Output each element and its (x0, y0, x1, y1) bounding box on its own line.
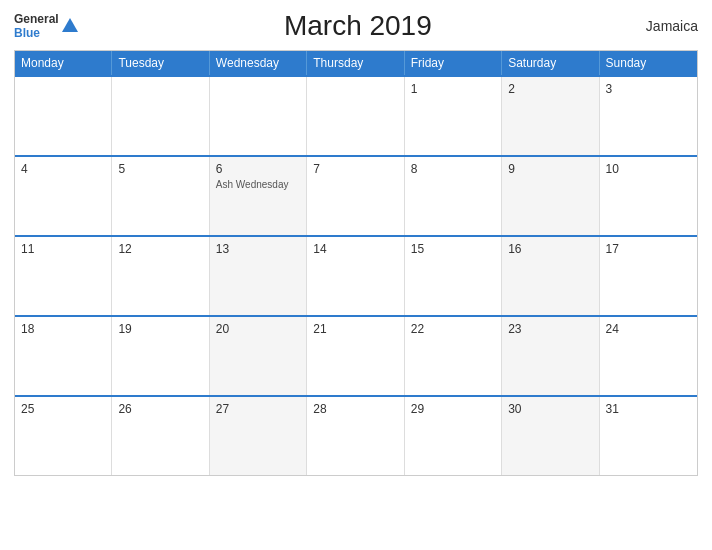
day-number: 27 (216, 402, 300, 416)
calendar-day: 10 (600, 157, 697, 235)
day-number: 9 (508, 162, 592, 176)
day-number: 16 (508, 242, 592, 256)
day-number: 3 (606, 82, 691, 96)
calendar-day: 16 (502, 237, 599, 315)
calendar-day: 1 (405, 77, 502, 155)
calendar-day: 6Ash Wednesday (210, 157, 307, 235)
day-number: 6 (216, 162, 300, 176)
day-number: 17 (606, 242, 691, 256)
day-number: 23 (508, 322, 592, 336)
calendar-day: 21 (307, 317, 404, 395)
calendar-day: 31 (600, 397, 697, 475)
calendar-day: 24 (600, 317, 697, 395)
weekday-header: Monday (15, 51, 112, 75)
calendar-day: 4 (15, 157, 112, 235)
day-number: 31 (606, 402, 691, 416)
day-number: 26 (118, 402, 202, 416)
day-number: 20 (216, 322, 300, 336)
weekday-header: Sunday (600, 51, 697, 75)
day-number: 4 (21, 162, 105, 176)
calendar-week: 25262728293031 (15, 395, 697, 475)
calendar-day: 9 (502, 157, 599, 235)
day-number: 21 (313, 322, 397, 336)
day-number: 5 (118, 162, 202, 176)
day-number: 10 (606, 162, 691, 176)
weekday-header: Wednesday (210, 51, 307, 75)
day-number: 15 (411, 242, 495, 256)
calendar-day: 2 (502, 77, 599, 155)
calendar-day: 20 (210, 317, 307, 395)
day-number: 29 (411, 402, 495, 416)
calendar-day: 18 (15, 317, 112, 395)
calendar-day: 30 (502, 397, 599, 475)
calendar-day: 22 (405, 317, 502, 395)
weekday-header: Saturday (502, 51, 599, 75)
day-number: 24 (606, 322, 691, 336)
calendar-day: 17 (600, 237, 697, 315)
calendar-day: 7 (307, 157, 404, 235)
calendar-day: 28 (307, 397, 404, 475)
weekday-header: Tuesday (112, 51, 209, 75)
day-number: 1 (411, 82, 495, 96)
day-number: 14 (313, 242, 397, 256)
logo: General Blue (14, 12, 78, 40)
day-number: 2 (508, 82, 592, 96)
calendar-day (15, 77, 112, 155)
calendar-day: 12 (112, 237, 209, 315)
day-number: 25 (21, 402, 105, 416)
calendar-day (112, 77, 209, 155)
calendar-header: MondayTuesdayWednesdayThursdayFridaySatu… (15, 51, 697, 75)
day-number: 30 (508, 402, 592, 416)
logo-text: General Blue (14, 12, 59, 40)
calendar-body: 123456Ash Wednesday789101112131415161718… (15, 75, 697, 475)
logo-blue: Blue (14, 26, 59, 40)
calendar-week: 18192021222324 (15, 315, 697, 395)
day-number: 13 (216, 242, 300, 256)
day-number: 22 (411, 322, 495, 336)
weekday-header: Friday (405, 51, 502, 75)
day-number: 11 (21, 242, 105, 256)
day-number: 8 (411, 162, 495, 176)
day-number: 12 (118, 242, 202, 256)
calendar-day: 14 (307, 237, 404, 315)
calendar-week: 123 (15, 75, 697, 155)
calendar: MondayTuesdayWednesdayThursdayFridaySatu… (14, 50, 698, 476)
calendar-day: 8 (405, 157, 502, 235)
calendar-day (307, 77, 404, 155)
calendar-week: 11121314151617 (15, 235, 697, 315)
calendar-day (210, 77, 307, 155)
calendar-day: 27 (210, 397, 307, 475)
day-number: 18 (21, 322, 105, 336)
event-label: Ash Wednesday (216, 179, 300, 190)
day-number: 19 (118, 322, 202, 336)
calendar-day: 13 (210, 237, 307, 315)
calendar-day: 5 (112, 157, 209, 235)
page-title: March 2019 (78, 10, 638, 42)
logo-general: General (14, 12, 59, 26)
calendar-week: 456Ash Wednesday78910 (15, 155, 697, 235)
country-label: Jamaica (638, 18, 698, 34)
calendar-day: 19 (112, 317, 209, 395)
weekday-header: Thursday (307, 51, 404, 75)
page: General Blue March 2019 Jamaica MondayTu… (0, 0, 712, 550)
calendar-day: 11 (15, 237, 112, 315)
calendar-day: 29 (405, 397, 502, 475)
calendar-day: 26 (112, 397, 209, 475)
calendar-day: 15 (405, 237, 502, 315)
calendar-day: 23 (502, 317, 599, 395)
calendar-day: 3 (600, 77, 697, 155)
day-number: 7 (313, 162, 397, 176)
logo-triangle-icon (62, 18, 78, 32)
calendar-day: 25 (15, 397, 112, 475)
header: General Blue March 2019 Jamaica (14, 10, 698, 42)
day-number: 28 (313, 402, 397, 416)
